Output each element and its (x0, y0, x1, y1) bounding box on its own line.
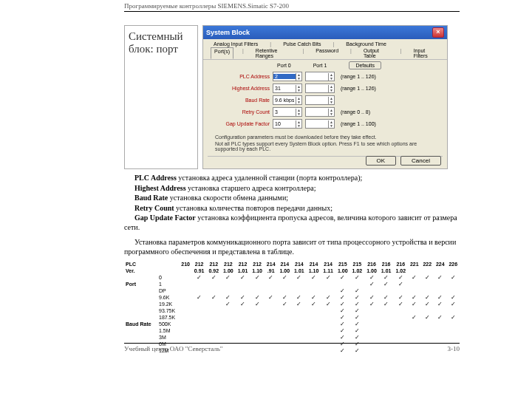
spinner-arrows-icon[interactable]: ▲▼ (296, 109, 301, 116)
check-cell (292, 314, 307, 321)
check-cell (277, 307, 292, 314)
check-cell (434, 321, 446, 327)
check-cell (265, 314, 277, 321)
check-cell (292, 327, 307, 334)
t1: установка адреса удаленной станции (порт… (177, 174, 363, 182)
b1: PLC Address (134, 174, 177, 182)
check-cell (221, 334, 236, 341)
check-cell: ✓ (446, 294, 460, 301)
tab-password[interactable]: Password (313, 47, 341, 59)
check-cell: ✓ (192, 294, 207, 301)
check-cell: ✓ (393, 294, 408, 301)
ok-button[interactable]: OK (366, 156, 397, 166)
tab-ports[interactable]: Port(s) (211, 47, 233, 59)
content-area: Системный блок: порт System Block × Anal… (124, 25, 460, 354)
table-row-label: PLC (124, 261, 156, 267)
tab-output-table[interactable]: Output Table (361, 47, 392, 59)
check-cell (179, 287, 191, 294)
check-cell (307, 327, 321, 334)
spinner-arrows-icon[interactable]: ▲▼ (328, 73, 334, 81)
check-cell (250, 287, 265, 294)
check-cell: ✓ (364, 294, 379, 301)
spinner-arrows-icon[interactable]: ▲▼ (328, 85, 334, 92)
table-row-label: Ver. (124, 267, 156, 274)
spinner-arrows-icon[interactable]: ▲▼ (296, 97, 301, 104)
check-cell: ✓ (421, 301, 434, 307)
tab-pulse-catch[interactable]: Pulse Catch Bits (280, 41, 324, 47)
row-sublabel: 500K (156, 321, 179, 327)
tab-retentive[interactable]: Retentive Ranges (253, 47, 294, 59)
port0-input[interactable]: ▲▼ (273, 95, 302, 105)
defaults-button[interactable]: Defaults (349, 61, 381, 69)
spinner-arrows-icon[interactable]: ▲▼ (296, 85, 301, 92)
port0-input[interactable]: ▲▼ (273, 107, 302, 117)
check-cell (421, 287, 434, 294)
check-cell: ✓ (335, 321, 350, 327)
check-cell (421, 321, 434, 327)
port0-input[interactable]: ▲▼ (273, 72, 302, 81)
check-cell (179, 274, 191, 281)
dialog-note2: Not all PLC types support every System B… (215, 141, 435, 151)
check-cell (179, 301, 191, 307)
check-cell (364, 321, 379, 327)
port1-input[interactable]: ▲▼ (305, 107, 335, 117)
check-cell: ✓ (321, 294, 335, 301)
port1-input[interactable]: ▲▼ (305, 72, 335, 81)
port0-input[interactable]: ▲▼ (273, 119, 302, 129)
spinner-arrows-icon[interactable]: ▲▼ (296, 120, 301, 128)
form-row: Baud Rate▲▼▲▼ (216, 95, 447, 105)
check-cell (446, 327, 460, 334)
check-cell (393, 321, 408, 327)
check-cell: ✓ (393, 274, 408, 281)
check-cell: ✓ (221, 301, 236, 307)
tab-background-time[interactable]: Background Time (343, 41, 389, 47)
port0-input[interactable]: ▲▼ (273, 83, 302, 93)
check-cell (321, 314, 335, 321)
field-label: Gap Update Factor (216, 121, 273, 126)
check-cell (393, 314, 408, 321)
check-cell: ✓ (379, 301, 394, 307)
table-row: 3M✓✓ (124, 334, 460, 341)
check-cell (321, 334, 335, 341)
check-cell: ✓ (236, 301, 250, 307)
check-cell (446, 321, 460, 327)
check-cell: ✓ (379, 274, 394, 281)
port1-header: Port 1 (313, 63, 327, 68)
check-cell: ✓ (393, 301, 408, 307)
check-cell (364, 334, 379, 341)
check-cell (265, 327, 277, 334)
check-cell (179, 314, 191, 321)
check-cell (421, 334, 434, 341)
check-cell (221, 281, 236, 287)
check-cell (250, 321, 265, 327)
spinner-arrows-icon[interactable]: ▲▼ (328, 97, 334, 104)
check-cell: ✓ (307, 274, 321, 281)
check-cell: ✓ (307, 294, 321, 301)
tab-input-filters[interactable]: Input Filters (411, 47, 440, 59)
close-icon[interactable]: × (432, 27, 444, 38)
spinner-arrows-icon[interactable]: ▲▼ (328, 109, 334, 116)
port1-input[interactable]: ▲▼ (305, 83, 335, 93)
field-label: Highest Address (216, 86, 273, 91)
check-cell (277, 287, 292, 294)
check-cell: ✓ (434, 314, 446, 321)
check-cell (379, 327, 394, 334)
check-cell: ✓ (350, 294, 365, 301)
tab-analog-filters[interactable]: Analog Input Filters (211, 41, 261, 47)
spinner-arrows-icon[interactable]: ▲▼ (328, 120, 334, 128)
port1-input[interactable]: ▲▼ (305, 95, 335, 105)
table-row: Baud Rate9.6K✓✓✓✓✓✓✓✓✓✓✓✓✓✓✓✓✓✓✓ (124, 294, 460, 301)
check-cell (434, 334, 446, 341)
check-cell: ✓ (350, 274, 365, 281)
form-row: Highest Address▲▼▲▼(range 1 .. 126) (216, 83, 447, 93)
table-row: 1.5M✓✓ (124, 327, 460, 334)
b3: Baud Rate (134, 194, 168, 202)
spinner-arrows-icon[interactable]: ▲▼ (296, 73, 301, 81)
check-cell (250, 334, 265, 341)
cancel-button[interactable]: Cancel (400, 156, 441, 166)
check-cell (265, 321, 277, 327)
port1-input[interactable]: ▲▼ (305, 119, 335, 129)
check-cell (192, 334, 207, 341)
check-cell (192, 281, 207, 287)
check-cell: ✓ (350, 321, 365, 327)
